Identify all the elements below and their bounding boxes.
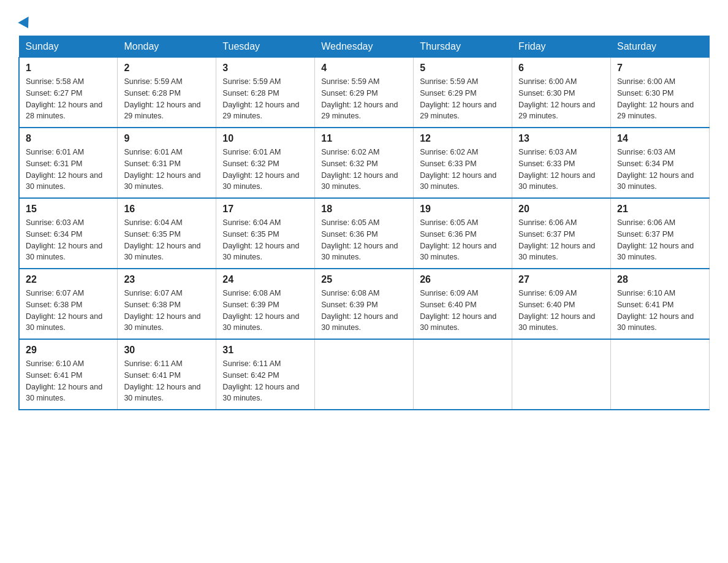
header-wednesday: Wednesday [315,36,414,58]
day-number: 9 [124,133,210,144]
day-number: 17 [222,204,308,215]
calendar-header-row: SundayMondayTuesdayWednesdayThursdayFrid… [19,36,710,58]
day-info: Sunrise: 6:07 AMSunset: 6:38 PMDaylight:… [124,289,200,332]
day-info: Sunrise: 6:08 AMSunset: 6:39 PMDaylight:… [222,289,299,332]
page-header [18,12,710,29]
header-thursday: Thursday [414,36,512,58]
day-info: Sunrise: 6:01 AMSunset: 6:32 PMDaylight:… [222,148,299,191]
day-info: Sunrise: 6:09 AMSunset: 6:40 PMDaylight:… [420,289,496,332]
day-info: Sunrise: 6:11 AMSunset: 6:42 PMDaylight:… [222,359,299,402]
day-number: 20 [518,204,604,215]
day-info: Sunrise: 6:02 AMSunset: 6:32 PMDaylight:… [321,148,398,191]
day-number: 8 [26,133,111,144]
week-row-3: 15 Sunrise: 6:03 AMSunset: 6:34 PMDaylig… [19,198,710,269]
day-info: Sunrise: 6:01 AMSunset: 6:31 PMDaylight:… [124,148,200,191]
day-info: Sunrise: 6:04 AMSunset: 6:35 PMDaylight:… [222,218,299,261]
header-friday: Friday [512,36,611,58]
day-number: 24 [222,274,308,285]
day-info: Sunrise: 6:06 AMSunset: 6:37 PMDaylight:… [617,218,694,261]
logo-triangle-icon [18,17,33,31]
day-cell-28: 28 Sunrise: 6:10 AMSunset: 6:41 PMDaylig… [611,269,710,339]
day-info: Sunrise: 6:06 AMSunset: 6:37 PMDaylight:… [518,218,595,261]
day-number: 12 [420,133,506,144]
day-info: Sunrise: 5:59 AMSunset: 6:28 PMDaylight:… [222,77,299,120]
day-number: 19 [420,204,506,215]
day-cell-19: 19 Sunrise: 6:05 AMSunset: 6:36 PMDaylig… [414,198,512,269]
day-number: 11 [321,133,407,144]
day-info: Sunrise: 5:59 AMSunset: 6:29 PMDaylight:… [321,77,398,120]
day-cell-10: 10 Sunrise: 6:01 AMSunset: 6:32 PMDaylig… [216,128,315,198]
day-info: Sunrise: 6:11 AMSunset: 6:41 PMDaylight:… [124,359,200,402]
empty-cell-w4-c3 [315,339,414,410]
day-number: 14 [617,133,703,144]
day-cell-5: 5 Sunrise: 5:59 AMSunset: 6:29 PMDayligh… [414,58,512,128]
day-cell-4: 4 Sunrise: 5:59 AMSunset: 6:29 PMDayligh… [315,58,414,128]
day-info: Sunrise: 6:05 AMSunset: 6:36 PMDaylight:… [321,218,398,261]
header-monday: Monday [118,36,216,58]
day-cell-2: 2 Sunrise: 5:59 AMSunset: 6:28 PMDayligh… [118,58,216,128]
header-tuesday: Tuesday [216,36,315,58]
day-info: Sunrise: 6:01 AMSunset: 6:31 PMDaylight:… [26,148,102,191]
week-row-2: 8 Sunrise: 6:01 AMSunset: 6:31 PMDayligh… [19,128,710,198]
day-cell-9: 9 Sunrise: 6:01 AMSunset: 6:31 PMDayligh… [118,128,216,198]
day-info: Sunrise: 6:10 AMSunset: 6:41 PMDaylight:… [617,289,694,332]
week-row-1: 1 Sunrise: 5:58 AMSunset: 6:27 PMDayligh… [19,58,710,128]
day-number: 3 [222,63,308,74]
week-row-5: 29 Sunrise: 6:10 AMSunset: 6:41 PMDaylig… [19,339,710,410]
day-info: Sunrise: 6:00 AMSunset: 6:30 PMDaylight:… [617,77,694,120]
day-number: 18 [321,204,407,215]
day-cell-12: 12 Sunrise: 6:02 AMSunset: 6:33 PMDaylig… [414,128,512,198]
day-info: Sunrise: 6:02 AMSunset: 6:33 PMDaylight:… [420,148,496,191]
header-sunday: Sunday [19,36,118,58]
day-info: Sunrise: 5:58 AMSunset: 6:27 PMDaylight:… [26,77,102,120]
day-cell-17: 17 Sunrise: 6:04 AMSunset: 6:35 PMDaylig… [216,198,315,269]
day-info: Sunrise: 6:10 AMSunset: 6:41 PMDaylight:… [26,359,102,402]
day-number: 25 [321,274,407,285]
calendar-table: SundayMondayTuesdayWednesdayThursdayFrid… [18,36,710,410]
day-cell-26: 26 Sunrise: 6:09 AMSunset: 6:40 PMDaylig… [414,269,512,339]
day-cell-11: 11 Sunrise: 6:02 AMSunset: 6:32 PMDaylig… [315,128,414,198]
day-cell-3: 3 Sunrise: 5:59 AMSunset: 6:28 PMDayligh… [216,58,315,128]
week-row-4: 22 Sunrise: 6:07 AMSunset: 6:38 PMDaylig… [19,269,710,339]
day-number: 7 [617,63,703,74]
day-cell-1: 1 Sunrise: 5:58 AMSunset: 6:27 PMDayligh… [19,58,118,128]
day-number: 1 [26,63,111,74]
day-number: 22 [26,274,111,285]
day-cell-7: 7 Sunrise: 6:00 AMSunset: 6:30 PMDayligh… [611,58,710,128]
day-info: Sunrise: 5:59 AMSunset: 6:28 PMDaylight:… [124,77,200,120]
day-number: 2 [124,63,210,74]
day-cell-24: 24 Sunrise: 6:08 AMSunset: 6:39 PMDaylig… [216,269,315,339]
day-number: 6 [518,63,604,74]
day-info: Sunrise: 6:03 AMSunset: 6:33 PMDaylight:… [518,148,595,191]
day-number: 31 [222,345,308,356]
header-saturday: Saturday [611,36,710,58]
day-cell-23: 23 Sunrise: 6:07 AMSunset: 6:38 PMDaylig… [118,269,216,339]
day-info: Sunrise: 6:08 AMSunset: 6:39 PMDaylight:… [321,289,398,332]
day-cell-30: 30 Sunrise: 6:11 AMSunset: 6:41 PMDaylig… [118,339,216,410]
day-number: 21 [617,204,703,215]
empty-cell-w4-c6 [611,339,710,410]
day-cell-16: 16 Sunrise: 6:04 AMSunset: 6:35 PMDaylig… [118,198,216,269]
day-number: 10 [222,133,308,144]
day-info: Sunrise: 6:04 AMSunset: 6:35 PMDaylight:… [124,218,200,261]
day-cell-21: 21 Sunrise: 6:06 AMSunset: 6:37 PMDaylig… [611,198,710,269]
day-cell-15: 15 Sunrise: 6:03 AMSunset: 6:34 PMDaylig… [19,198,118,269]
day-number: 4 [321,63,407,74]
day-number: 29 [26,345,111,356]
day-cell-20: 20 Sunrise: 6:06 AMSunset: 6:37 PMDaylig… [512,198,611,269]
day-info: Sunrise: 6:07 AMSunset: 6:38 PMDaylight:… [26,289,102,332]
day-number: 16 [124,204,210,215]
day-cell-18: 18 Sunrise: 6:05 AMSunset: 6:36 PMDaylig… [315,198,414,269]
day-number: 28 [617,274,703,285]
logo [18,12,32,29]
day-info: Sunrise: 6:00 AMSunset: 6:30 PMDaylight:… [518,77,595,120]
day-cell-25: 25 Sunrise: 6:08 AMSunset: 6:39 PMDaylig… [315,269,414,339]
day-number: 30 [124,345,210,356]
day-number: 5 [420,63,506,74]
day-cell-31: 31 Sunrise: 6:11 AMSunset: 6:42 PMDaylig… [216,339,315,410]
empty-cell-w4-c5 [512,339,611,410]
day-number: 23 [124,274,210,285]
day-cell-13: 13 Sunrise: 6:03 AMSunset: 6:33 PMDaylig… [512,128,611,198]
day-number: 27 [518,274,604,285]
day-info: Sunrise: 6:03 AMSunset: 6:34 PMDaylight:… [617,148,694,191]
